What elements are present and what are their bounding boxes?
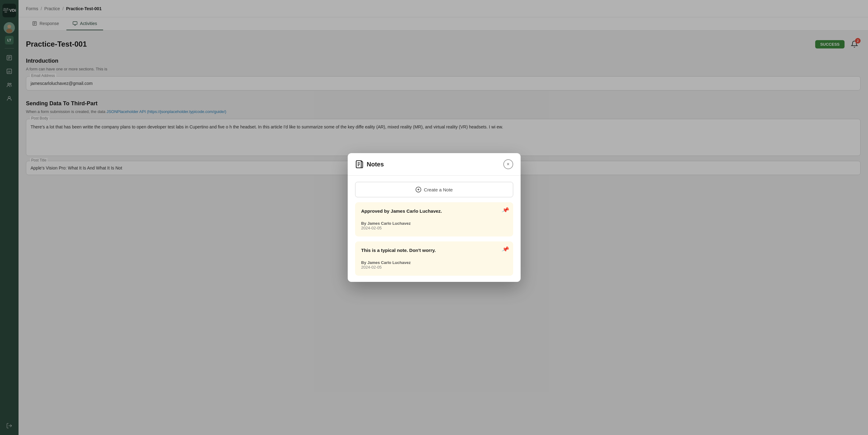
note-text-2: This is a typical note. Don't worry.: [361, 248, 507, 253]
note-card-2: 📌 This is a typical note. Don't worry. B…: [355, 242, 513, 276]
note-date-2: 2024-02-05: [361, 265, 507, 270]
notes-modal: Notes × Create a Note 📌 Approved by Jame…: [348, 153, 521, 282]
modal-body: Create a Note 📌 Approved by James Carlo …: [348, 176, 521, 282]
note-date-1: 2024-02-05: [361, 226, 507, 230]
modal-overlay[interactable]: Notes × Create a Note 📌 Approved by Jame…: [0, 0, 868, 435]
create-note-button[interactable]: Create a Note: [355, 182, 513, 197]
modal-header: Notes ×: [348, 153, 521, 176]
create-note-label: Create a Note: [424, 187, 453, 192]
modal-close-button[interactable]: ×: [503, 159, 513, 169]
note-author-1: By James Carlo Luchavez: [361, 221, 507, 226]
note-author-2: By James Carlo Luchavez: [361, 260, 507, 265]
modal-title: Notes: [355, 160, 384, 168]
notes-icon: [355, 160, 364, 168]
plus-circle-icon: [415, 186, 422, 193]
note-text-1: Approved by James Carlo Luchavez.: [361, 208, 507, 214]
note-card-1: 📌 Approved by James Carlo Luchavez. By J…: [355, 202, 513, 237]
